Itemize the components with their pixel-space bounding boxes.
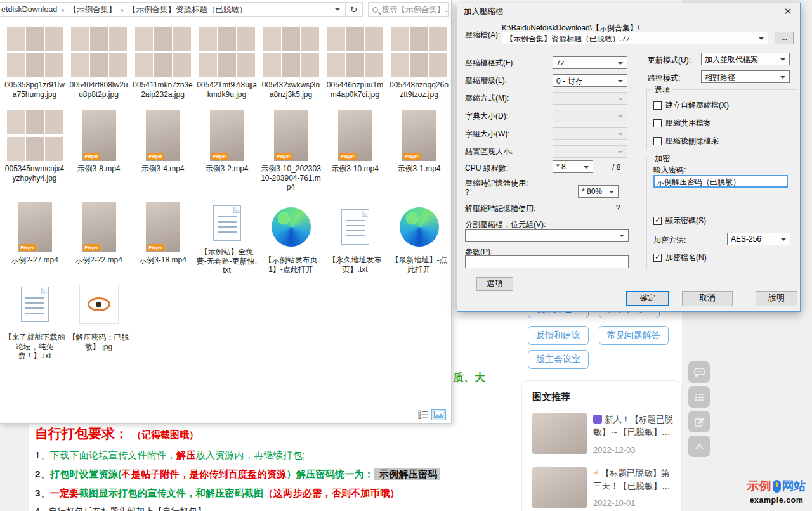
file-name: 005446nzpuu1mm4ap0k7ci.jpg [324, 81, 386, 99]
split-combo[interactable] [465, 229, 629, 242]
help-button[interactable]: 說明 [756, 291, 797, 306]
explorer-topbar: etdiskDownload›【示例合集】›【示例合集】资源标题（已脱敏） ↻ … [0, 0, 451, 19]
file-item[interactable]: 【永久地址发布页】.txt [323, 198, 387, 275]
photo-thumbnail-placeholder [7, 110, 63, 161]
page-text-fragment: 质、大 [453, 370, 485, 385]
thumbnail-view-button[interactable] [431, 409, 446, 420]
file-item[interactable]: 【解压密码：已脱敏】.jpg [67, 275, 131, 370]
file-item[interactable]: 005404rf808lw2uu8p8t2p.jpg [67, 23, 131, 107]
file-name: 005404rf808lw2uu8p8t2p.jpg [68, 81, 129, 99]
archive-name-combo[interactable]: 【示例合集】资源标题（已脱敏）.7z [502, 32, 768, 44]
browse-button[interactable]: ... [775, 32, 794, 44]
field-label: 壓縮層級(L): [465, 75, 553, 86]
page-link-button[interactable]: 反馈和建议 [528, 326, 589, 345]
option-checkbox[interactable]: 壓縮後刪除檔案 [653, 136, 719, 146]
address-bar[interactable]: etdiskDownload›【示例合集】›【示例合集】资源标题（已脱敏） ↻ [0, 2, 363, 17]
file-item[interactable]: 【示例站】全免费-无套路-更新快.txt [195, 198, 259, 275]
file-item[interactable]: Player示例3-2.mp4 [195, 107, 259, 198]
instruction-line: 4、自行打包后在标题头部加上【自行打包】 [35, 506, 479, 511]
recommend-item[interactable]: 新人！【标题已脱敏】～【已脱敏】…2022-12-03 [532, 413, 674, 455]
video-thumbnail-placeholder: Player [338, 110, 372, 161]
compose-button[interactable] [688, 411, 710, 432]
file-item[interactable]: 005446nzpuu1mm4ap0k7ci.jpg [323, 23, 387, 107]
file-explorer-window: etdiskDownload›【示例合集】›【示例合集】资源标题（已脱敏） ↻ … [0, 0, 452, 424]
edit-icon [693, 416, 705, 428]
refresh-button[interactable]: ↻ [346, 4, 362, 15]
option-checkbox[interactable]: 建立自解壓縮檔(X) [653, 100, 729, 111]
file-item[interactable]: Player示例3-1.mp4 [387, 107, 451, 198]
encrypt-method-label: 加密方法: [653, 235, 686, 246]
file-item[interactable]: Player示例2-27.mp4 [3, 198, 67, 275]
instruction-line: 2、打包时设置资源(不是帖子附件，是你传到百度盘的资源）解压密码统一为： 示例解… [35, 469, 479, 481]
recommend-panel: 图文推荐 新人！【标题已脱敏】～【已脱敏】…2022-12-03⚡【标题已脱敏】… [521, 380, 682, 511]
file-item[interactable]: Player示例3-4.mp4 [131, 107, 195, 198]
instruction-line: 1、下载下面论坛宣传文件附件，解压放入资源内，再继续打包; [35, 450, 479, 462]
file-item[interactable]: 【示例站发布页1】-点此打开 [259, 198, 323, 275]
archive-label: 壓縮檔(A): [465, 30, 500, 41]
page-link-button[interactable]: 常见问题解答 [599, 326, 669, 345]
file-item[interactable]: 【来了就能下载的论坛，纯免费！】.txt [3, 275, 67, 370]
encrypt-method-combo[interactable]: AES-256 [727, 233, 790, 245]
breadcrumb-item[interactable]: 【示例合集】 [69, 4, 117, 15]
text-file-icon [213, 205, 241, 241]
file-name: 【示例站发布页1】-点此打开 [260, 256, 322, 274]
file-item[interactable]: 005448nznqq26oztt9tzoz.jpg [387, 23, 451, 107]
breadcrumb-item[interactable]: 【示例合集】资源标题（已脱敏） [128, 4, 247, 15]
details-view-icon[interactable] [418, 410, 428, 419]
field-combo[interactable]: 0 - 封存 [553, 74, 627, 87]
field-combo[interactable]: 7z [553, 56, 627, 69]
file-item[interactable]: Player示例3-10.mp4 [323, 107, 387, 198]
file-name: 【永久地址发布页】.txt [324, 256, 386, 274]
cpu-threads-combo[interactable]: * 8 [553, 160, 593, 173]
options-button[interactable]: 選項 [476, 277, 513, 291]
breadcrumb[interactable]: etdiskDownload›【示例合集】›【示例合集】资源标题（已脱敏） [0, 4, 332, 15]
player-badge: Player [147, 244, 164, 251]
decompress-mem-help[interactable]: ? [616, 204, 620, 212]
file-name: 示例3-1.mp4 [397, 164, 440, 174]
path-mode-combo[interactable]: 相對路徑 [701, 70, 790, 83]
file-item[interactable]: Player示例3-10_20230310-203904-761.mp4 [259, 107, 323, 198]
file-item[interactable]: Player示例2-22.mp4 [67, 198, 131, 275]
file-item[interactable]: Player示例3-18.mp4 [131, 198, 195, 275]
search-input[interactable]: 搜尋【示例合集】... [368, 2, 449, 17]
post-thumbnail-placeholder [532, 413, 587, 454]
params-input[interactable] [465, 256, 629, 268]
page-link-button[interactable]: 版主会议室 [528, 350, 589, 369]
post-thumbnail-placeholder [532, 467, 587, 508]
file-item[interactable]: Player示例3-8.mp4 [67, 107, 131, 198]
back-to-top-button[interactable] [688, 436, 710, 457]
player-badge: Player [275, 153, 292, 160]
password-input[interactable]: 示例解压密码（已脱敏） [653, 175, 788, 188]
logo-domain: example.com [743, 496, 809, 505]
player-badge: Player [83, 153, 100, 160]
close-icon[interactable]: ✕ [776, 3, 800, 20]
ok-button[interactable]: 確定 [626, 291, 669, 306]
encrypt-names-checkbox[interactable]: 加密檔名(N) [653, 252, 707, 263]
cancel-button[interactable]: 取消 [682, 291, 733, 306]
checkbox-icon [653, 119, 662, 127]
update-mode-combo[interactable]: 加入並取代檔案 [701, 53, 790, 65]
file-item[interactable]: 005345nwmcnjx4yzhpyhy4.jpg [3, 107, 67, 198]
mem-usage-combo[interactable]: * 80% [578, 185, 619, 198]
checkbox-icon [653, 137, 662, 145]
player-badge: Player [403, 153, 421, 160]
video-thumbnail-placeholder: Player [82, 202, 116, 252]
file-item[interactable]: 005358pg1zr91lwa75humg.jpg [3, 23, 67, 107]
file-item[interactable]: 005411mkn7zn3e2aip232a.jpg [131, 23, 195, 107]
mem-usage-help[interactable]: ? [465, 188, 469, 197]
recommend-item[interactable]: ⚡【标题已脱敏】第三天！【已脱敏】…2022-10-01 [532, 467, 674, 508]
breadcrumb-item[interactable]: etdiskDownload [1, 5, 57, 14]
post-title: 新人！【标题已脱敏】～【已脱敏】… [593, 413, 674, 439]
chevron-down-icon[interactable] [335, 8, 340, 13]
file-item[interactable]: 【最新地址】-点此打开 [387, 198, 451, 275]
recommend-list: 新人！【标题已脱敏】～【已脱敏】…2022-12-03⚡【标题已脱敏】第三天！【… [532, 413, 674, 508]
show-password-checkbox[interactable]: 顯示密碼(S) [653, 216, 706, 226]
file-item[interactable]: 005421mt97i8ujjakmdk9u.jpg [195, 23, 259, 107]
file-name: 示例3-10_20230310-203904-761.mp4 [260, 164, 322, 192]
comments-button[interactable] [688, 361, 710, 383]
option-checkbox[interactable]: 壓縮共用檔案 [653, 118, 711, 129]
search-icon [372, 7, 378, 13]
site-logo[interactable]: 示例 网站 example.com [743, 478, 809, 505]
file-item[interactable]: 005432xwkwsj3na8nzj3k5.jpg [259, 23, 323, 107]
list-button[interactable] [688, 386, 710, 408]
